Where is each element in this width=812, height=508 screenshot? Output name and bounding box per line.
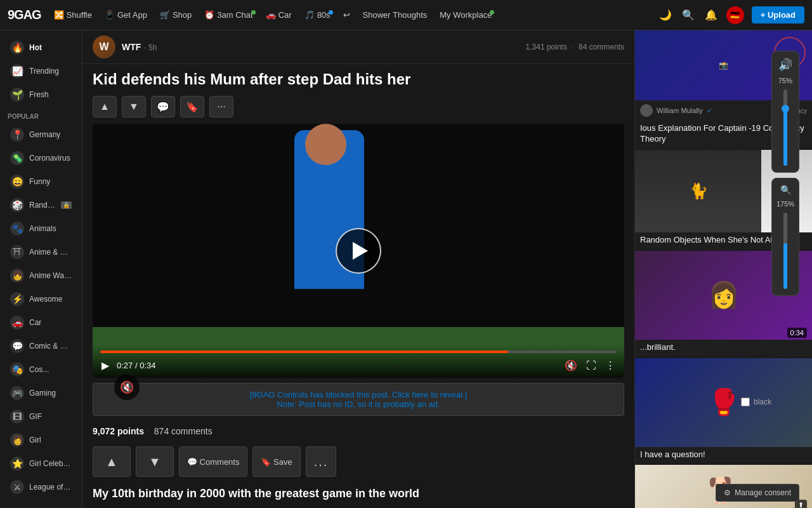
sidebar-item-anime-manga[interactable]: ⛩ Anime & Man... — [3, 241, 79, 264]
next-post-title: My 10th birthday in 2000 with the greate… — [93, 487, 624, 500]
nav-shuffle[interactable]: 🔀 Shuffle — [49, 8, 97, 22]
mute-btn[interactable]: 🔇 — [563, 358, 579, 373]
sidebar-item-coronavirus[interactable]: 🦠 Coronavirus — [3, 147, 79, 170]
volume-thumb — [782, 105, 789, 112]
sidebar-item-funny[interactable]: 😄 Funny — [3, 170, 79, 193]
blocked-reveal-link[interactable]: [9GAG Controls has blocked this post. Cl… — [250, 390, 468, 399]
fullscreen-btn[interactable]: ⛶ — [585, 359, 598, 373]
nav-80s[interactable]: 🎵 80s — [299, 8, 336, 22]
sidebar-item-gif[interactable]: 🎞 GIF — [3, 405, 79, 428]
chat-icon: ⏰ — [204, 10, 214, 20]
sidebar-item-girl[interactable]: 👩 Girl — [3, 429, 79, 451]
girl-icon: 👩 — [10, 433, 24, 447]
sidebar-item-anime-waifu[interactable]: 👧 Anime Waifu — [3, 264, 79, 287]
language-flag[interactable]: 🇩🇪 — [726, 6, 744, 24]
site-logo[interactable]: 9GAG — [8, 8, 41, 22]
sidebar-item-germany[interactable]: 📍 Germany — [3, 123, 79, 146]
post-user-avatar[interactable]: W — [93, 36, 115, 58]
sidebar-item-trending[interactable]: 📈 Trending — [3, 60, 79, 83]
nav-arrow[interactable]: ↩ — [338, 8, 355, 22]
left-sidebar: 🔥 Hot 📈 Trending 🌱 Fresh POPULAR 📍 Germa… — [0, 30, 82, 508]
save-btn-top[interactable]: 🔖 — [180, 96, 204, 117]
downvote-btn-top[interactable]: ▼ — [122, 96, 146, 117]
car-icon: 🚗 — [266, 10, 276, 20]
fresh-icon: 🌱 — [10, 88, 24, 102]
hot-icon: 🔥 — [10, 41, 24, 55]
animals-icon: 🐾 — [10, 222, 24, 236]
play-button-big[interactable] — [336, 228, 381, 274]
sidebar-item-cosplay[interactable]: 🎭 Cos... — [3, 358, 79, 381]
post-stats-bar: 9,072 points · 874 comments — [82, 421, 634, 441]
nav-my-workplace[interactable]: My Workplace — [435, 8, 497, 22]
play-pause-btn[interactable]: ▶ — [100, 358, 110, 373]
sidebar-item-animals[interactable]: 🐾 Animals — [3, 217, 79, 240]
darkmode-toggle[interactable]: 🌙 — [658, 8, 673, 23]
sidebar-item-comic-web[interactable]: 💬 Comic & Web... — [3, 335, 79, 358]
comments-btn[interactable]: 💬 Comments — [179, 446, 247, 477]
video-player: ▶ 0:27 / 0:34 🔇 ⛶ ⋮ — [93, 124, 624, 378]
nav-shop[interactable]: 🛒 Shop — [155, 8, 197, 22]
zoom-icon[interactable]: 🔍 — [780, 185, 791, 195]
volume-overlay: 🔊 75% — [771, 51, 799, 173]
rs-card-4[interactable]: 🥊 I have a question! — [635, 358, 812, 464]
volume-slider[interactable] — [783, 90, 787, 166]
verified-badge: ✓ — [707, 107, 712, 114]
options-btn[interactable]: ⋮ — [604, 358, 617, 373]
sidebar-item-random[interactable]: 🎲 Random 🔒 — [3, 194, 79, 217]
nav-car[interactable]: 🚗 Car — [261, 8, 297, 22]
nav-3am-chat[interactable]: ⏰ 3am Chat — [199, 8, 258, 22]
sidebar-item-awesome[interactable]: ⚡ Awesome — [3, 288, 79, 311]
black-checkbox[interactable] — [741, 398, 750, 406]
rs-user-avatar-1 — [640, 104, 653, 117]
nav-shower-thoughts[interactable]: Shower Thoughts — [358, 8, 433, 22]
post-user-bar: W WTF · 5h 1,341 points · 84 comments — [82, 30, 634, 64]
video-frame — [93, 124, 624, 378]
blocked-post-notice: [9GAG Controls has blocked this post. Cl… — [93, 383, 624, 416]
sidebar-item-girl-celebrity[interactable]: ⭐ Girl Celebrity — [3, 452, 79, 475]
germany-icon: 📍 — [10, 128, 24, 142]
video-progress-bar[interactable] — [100, 351, 617, 353]
post-action-bar-top: ▲ ▼ 💬 🔖 ··· — [82, 92, 634, 121]
sidebar-item-fresh[interactable]: 🌱 Fresh — [3, 83, 79, 106]
sidebar-item-car[interactable]: 🚗 Car — [3, 311, 79, 334]
coronavirus-icon: 🦠 — [10, 151, 24, 165]
mute-floating-indicator[interactable]: 🔇 — [114, 375, 140, 400]
downvote-btn[interactable]: ▼ — [136, 446, 174, 477]
save-btn[interactable]: 🔖 Save — [252, 446, 300, 477]
main-content: W WTF · 5h 1,341 points · 84 comments Ki… — [82, 30, 634, 508]
arrow-icon: ↩ — [343, 10, 350, 20]
girl-celebrity-icon: ⭐ — [10, 457, 24, 471]
anime-manga-icon: ⛩ — [10, 245, 24, 259]
zoom-slider[interactable] — [783, 213, 787, 289]
upvote-btn[interactable]: ▲ — [93, 446, 131, 477]
sidebar-item-gaming[interactable]: 🎮 Gaming — [3, 382, 79, 404]
more-actions-btn[interactable]: ... — [306, 446, 337, 477]
top-navigation: 9GAG 🔀 Shuffle 📱 Get App 🛒 Shop ⏰ 3am Ch… — [0, 0, 812, 30]
80s-dot — [329, 10, 333, 15]
search-icon[interactable]: 🔍 — [681, 8, 696, 23]
ctrl-right: 🔇 ⛶ ⋮ — [563, 358, 617, 373]
nav-get-app[interactable]: 📱 Get App — [100, 8, 152, 22]
more-btn-top[interactable]: ··· — [209, 96, 233, 117]
notifications-icon[interactable]: 🔔 — [704, 8, 719, 23]
upload-button[interactable]: + Upload — [752, 6, 804, 23]
comment-btn-top[interactable]: 💬 — [151, 96, 175, 117]
workplace-dot — [490, 10, 494, 15]
shuffle-icon: 🔀 — [54, 10, 64, 20]
comic-icon: 💬 — [10, 339, 24, 353]
post-user-info: WTF · 5h — [122, 41, 157, 53]
lol-icon: ⚔ — [10, 480, 24, 494]
rs-card-4-image: 🥊 — [635, 358, 812, 447]
manage-consent-btn[interactable]: ⚙ Manage consent — [716, 484, 799, 502]
controls-row: ▶ 0:27 / 0:34 🔇 ⛶ ⋮ — [100, 358, 617, 373]
volume-icon[interactable]: 🔊 — [778, 58, 792, 72]
sidebar-item-league-of-legends[interactable]: ⚔ League of Legends — [3, 476, 79, 498]
rs-card-3-duration: 0:34 — [787, 328, 807, 338]
funny-icon: 😄 — [10, 175, 24, 189]
sidebar-item-hot[interactable]: 🔥 Hot — [3, 36, 79, 59]
upvote-btn-top[interactable]: ▲ — [93, 96, 117, 117]
post-title-bar: Kid defends his Mum after step Dad hits … — [82, 64, 634, 92]
random-icon: 🎲 — [10, 198, 24, 212]
post-stats-header: 1,341 points · 84 comments — [526, 43, 624, 51]
shop-icon: 🛒 — [160, 10, 170, 20]
